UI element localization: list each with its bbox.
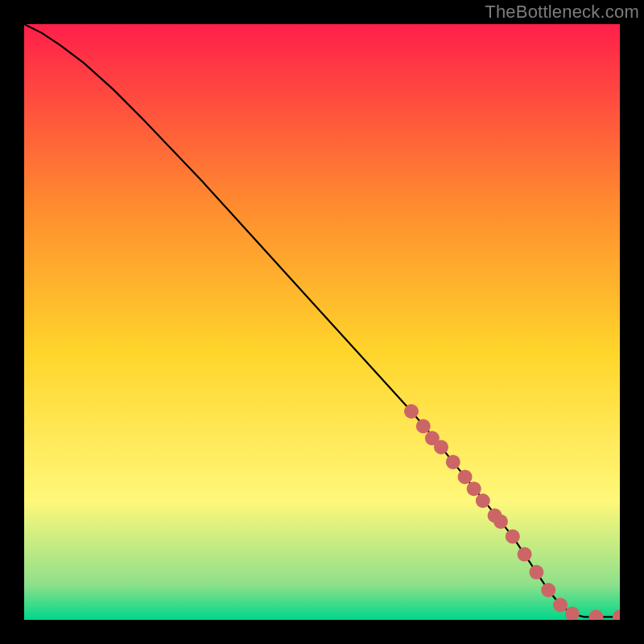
- marker-point: [434, 440, 448, 454]
- chart-svg: [24, 24, 620, 620]
- marker-point: [506, 529, 520, 543]
- marker-point: [541, 583, 555, 597]
- marker-point: [458, 469, 473, 484]
- marker-point: [446, 455, 460, 469]
- marker-point: [416, 419, 431, 434]
- figure-root: TheBottleneck.com: [0, 0, 644, 644]
- marker-point: [467, 481, 481, 496]
- plot-area: [24, 24, 620, 620]
- marker-point: [493, 514, 508, 529]
- marker-point: [529, 565, 543, 580]
- marker-point: [404, 404, 419, 419]
- marker-point: [553, 598, 568, 613]
- marker-point: [476, 493, 490, 508]
- watermark-text: TheBottleneck.com: [485, 2, 639, 23]
- marker-point: [518, 547, 532, 562]
- gradient-background: [24, 24, 620, 620]
